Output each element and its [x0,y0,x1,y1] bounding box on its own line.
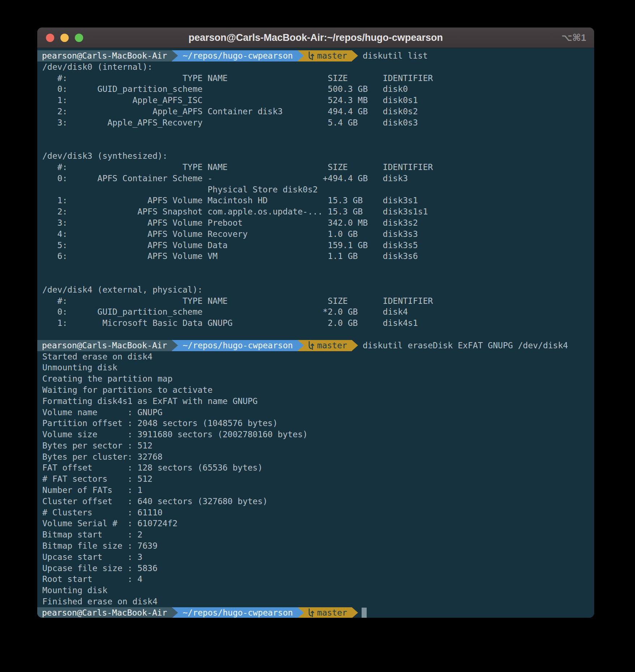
terminal-output-line: # FAT sectors : 512 [37,473,594,485]
terminal-output-line: 0: GUID_partition_scheme *2.0 GB disk4 [37,306,594,318]
terminal-cursor[interactable] [362,608,367,618]
powerline-chevron-icon [298,50,304,61]
prompt-directory: ~/repos/hugo-cwpearson [178,50,298,61]
terminal-output-line: 5: APFS Volume Data 159.1 GB disk3s5 [37,240,594,251]
terminal-output-line: 1: Apple_APFS_ISC 524.3 MB disk0s1 [37,95,594,106]
prompt-user-host: pearson@Carls-MacBook-Air [37,607,172,618]
terminal-output-line [37,262,594,273]
terminal-output-line: 2: APFS Snapshot com.apple.os.update-...… [37,206,594,217]
prompt-line-2: pearson@Carls-MacBook-Air ~/repos/hugo-c… [37,340,594,351]
powerline-chevron-icon [352,50,358,61]
terminal-content[interactable]: pearson@Carls-MacBook-Air ~/repos/hugo-c… [37,48,594,618]
terminal-output-line: # Clusters : 61110 [37,507,594,518]
prompt-git-branch: master [304,607,352,618]
terminal-output-line: Physical Store disk0s2 [37,184,594,195]
command-text: diskutil eraseDisk ExFAT GNUPG /dev/disk… [358,340,568,351]
terminal-output-line: Number of FATs : 1 [37,485,594,496]
terminal-output-line: 0: APFS Container Scheme - +494.4 GB dis… [37,173,594,184]
terminal-output-line: 1: Microsoft Basic Data GNUPG 2.0 GB dis… [37,318,594,329]
terminal-output-line: Finished erase on disk4 [37,596,594,607]
terminal-output-line: Cluster offset : 640 sectors (327680 byt… [37,496,594,507]
terminal-output-line: Partition offset : 2048 sectors (1048576… [37,418,594,429]
terminal-output-line: 4: APFS Volume Recovery 1.0 GB disk3s3 [37,229,594,240]
terminal-output-line: 0: GUID_partition_scheme 500.3 GB disk0 [37,84,594,95]
terminal-output-line: Upcase start : 3 [37,552,594,563]
close-button[interactable] [46,34,54,42]
terminal-output-line: Started erase on disk4 [37,351,594,362]
terminal-output-line: 2: Apple_APFS Container disk3 494.4 GB d… [37,106,594,117]
git-branch-label: master [317,340,347,351]
terminal-output-line: Volume size : 3911680 sectors (200278016… [37,429,594,440]
terminal-output-line: Volume name : GNUPG [37,407,594,418]
powerline-chevron-icon [172,607,178,618]
prompt-directory: ~/repos/hugo-cwpearson [178,340,298,351]
terminal-output-line: Bytes per sector : 512 [37,440,594,451]
minimize-button[interactable] [60,34,69,42]
window-title: pearson@Carls-MacBook-Air:~/repos/hugo-c… [37,32,594,43]
terminal-output-line: #: TYPE NAME SIZE IDENTIFIER [37,73,594,84]
terminal-output-line: Upcase file size : 5836 [37,563,594,574]
git-branch-icon [307,608,315,618]
prompt-git-branch: master [304,50,352,61]
prompt-line-current: pearson@Carls-MacBook-Air ~/repos/hugo-c… [37,607,594,618]
diskutil-list-output: /dev/disk0 (internal): #: TYPE NAME SIZE… [37,61,594,340]
terminal-output-line: /dev/disk4 (external, physical): [37,284,594,295]
prompt-user-host: pearson@Carls-MacBook-Air [37,340,172,351]
terminal-output-line [37,329,594,340]
git-branch-label: master [317,50,347,61]
terminal-output-line: 3: APFS Volume Preboot 342.0 MB disk3s2 [37,217,594,229]
traffic-lights [46,27,83,48]
window-shortcut-badge: ⌥⌘1 [561,32,586,43]
terminal-output-line [37,128,594,140]
powerline-chevron-icon [352,607,358,618]
terminal-output-line: /dev/disk0 (internal): [37,61,594,73]
terminal-output-line: Bytes per cluster: 32768 [37,451,594,463]
git-branch-label: master [317,607,347,618]
prompt-directory: ~/repos/hugo-cwpearson [178,607,298,618]
prompt-user-host: pearson@Carls-MacBook-Air [37,50,172,61]
prompt-line-1: pearson@Carls-MacBook-Air ~/repos/hugo-c… [37,50,594,61]
terminal-window: pearson@Carls-MacBook-Air:~/repos/hugo-c… [37,27,594,618]
titlebar[interactable]: pearson@Carls-MacBook-Air:~/repos/hugo-c… [37,27,594,48]
terminal-output-line: 6: APFS Volume VM 1.1 GB disk3s6 [37,251,594,262]
terminal-output-line: 3: Apple_APFS_Recovery 5.4 GB disk0s3 [37,117,594,128]
terminal-output-line [37,139,594,150]
terminal-output-line: Root start : 4 [37,574,594,585]
powerline-chevron-icon [172,50,178,61]
powerline-chevron-icon [352,340,358,351]
terminal-output-line: FAT offset : 128 sectors (65536 bytes) [37,462,594,473]
terminal-output-line: Waiting for partitions to activate [37,384,594,396]
terminal-output-line: Bitmap file size : 7639 [37,540,594,552]
terminal-output-line: /dev/disk3 (synthesized): [37,150,594,162]
powerline-chevron-icon [298,607,304,618]
terminal-output-line [37,273,594,284]
terminal-output-line: Unmounting disk [37,362,594,373]
terminal-output-line: 1: APFS Volume Macintosh HD 15.3 GB disk… [37,195,594,206]
powerline-chevron-icon [172,340,178,351]
zoom-button[interactable] [75,34,83,42]
git-branch-icon [307,51,315,61]
terminal-output-line: Volume Serial # : 610724f2 [37,518,594,529]
terminal-output-line: #: TYPE NAME SIZE IDENTIFIER [37,162,594,173]
diskutil-erase-output: Started erase on disk4Unmounting diskCre… [37,351,594,607]
git-branch-icon [307,340,315,350]
powerline-chevron-icon [298,340,304,351]
terminal-output-line: Bitmap start : 2 [37,529,594,540]
command-text: diskutil list [358,50,428,61]
terminal-output-line: #: TYPE NAME SIZE IDENTIFIER [37,295,594,307]
prompt-git-branch: master [304,340,352,351]
desktop-background: { "window": { "title": "pearson@Carls-Ma… [0,0,635,672]
terminal-output-line: Creating the partition map [37,373,594,384]
terminal-output-line: Mounting disk [37,585,594,596]
terminal-output-line: Formatting disk4s1 as ExFAT with name GN… [37,396,594,407]
